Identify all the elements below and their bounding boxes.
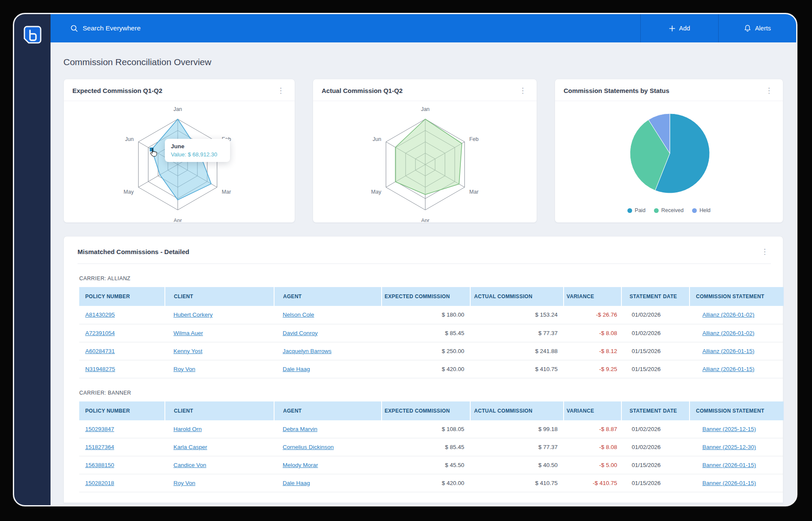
agent-link[interactable]: Cornelius Dickinson xyxy=(283,444,334,450)
cursor-pointer-icon xyxy=(148,147,158,158)
commissions-table-banner: POLICY NUMBERCLIENTAGENTEXPECTED COMMISS… xyxy=(79,401,784,493)
client-link[interactable]: Roy Von xyxy=(173,366,195,372)
expected-value: $ 420.00 xyxy=(382,360,470,378)
statement-link[interactable]: Allianz (2026-01-15) xyxy=(702,366,755,372)
column-header-actual: ACTUAL COMMISSION xyxy=(470,401,564,420)
statement-link[interactable]: Allianz (2026-01-02) xyxy=(702,311,755,318)
client-link[interactable]: Candice Von xyxy=(173,462,206,468)
search-input[interactable]: Search Everywhere xyxy=(51,14,640,42)
tooltip-title: June xyxy=(171,143,224,150)
actual-value: $ 410.75 xyxy=(470,474,564,492)
agent-link[interactable]: Dale Haag xyxy=(283,480,310,486)
statement-link[interactable]: Banner (2025-12-30) xyxy=(702,444,756,450)
card-menu-icon[interactable]: ⋮ xyxy=(516,86,529,95)
legend-label: Received xyxy=(661,207,684,213)
svg-text:May: May xyxy=(124,189,134,195)
svg-text:Mar: Mar xyxy=(222,189,231,195)
legend-dot-icon xyxy=(627,208,632,213)
page-title: Commission Reconciliation Overview xyxy=(63,57,796,67)
expected-value: $ 45.50 xyxy=(382,456,470,474)
add-button[interactable]: Add xyxy=(640,14,718,42)
table-card-title: Mismatched Commissions - Detailed xyxy=(78,248,758,255)
policy-link[interactable]: A60284731 xyxy=(85,348,115,354)
policy-link[interactable]: 150282018 xyxy=(85,480,114,486)
legend-item-received[interactable]: Received xyxy=(654,207,684,213)
statement-cell: Allianz (2026-01-02) xyxy=(690,324,784,342)
svg-text:Apr: Apr xyxy=(421,218,429,222)
policy-link[interactable]: 156388150 xyxy=(85,462,114,468)
policy-link[interactable]: 150293847 xyxy=(85,426,114,432)
legend-item-held[interactable]: Held xyxy=(692,207,710,213)
agent-link[interactable]: Melody Morar xyxy=(283,462,318,468)
actual-value: $ 241.88 xyxy=(470,342,564,360)
policy-link[interactable]: 151827364 xyxy=(85,444,114,450)
policy-cell: 150293847 xyxy=(79,420,165,438)
app-logo-icon[interactable] xyxy=(23,25,42,45)
agent-link[interactable]: Dale Haag xyxy=(283,366,310,372)
table-row: 151827364Karla CasperCornelius Dickinson… xyxy=(79,438,784,456)
client-link[interactable]: Roy Von xyxy=(173,480,195,486)
app-window: Search Everywhere Add Alerts Commission … xyxy=(13,13,797,506)
agent-link[interactable]: Debra Marvin xyxy=(283,426,317,432)
statement-cell: Banner (2025-12-15) xyxy=(690,420,784,438)
pie-legend: PaidReceivedHeld xyxy=(555,207,783,213)
agent-cell: Dale Haag xyxy=(274,360,382,378)
card-expected-commission: Expected Commission Q1-Q2 ⋮ JanFebMarApr… xyxy=(63,79,295,223)
card-statements-by-status: Commission Statements by Status ⋮ PaidRe… xyxy=(555,79,783,223)
client-link[interactable]: Wilma Auer xyxy=(173,330,203,336)
date-value: 01/02/2026 xyxy=(621,306,690,324)
statement-link[interactable]: Banner (2026-01-15) xyxy=(702,480,756,486)
card-menu-icon[interactable]: ⋮ xyxy=(758,247,771,256)
radar-chart-actual: JanFebMarAprMayJun xyxy=(313,101,537,222)
topbar: Search Everywhere Add Alerts xyxy=(51,14,796,42)
add-button-label: Add xyxy=(679,25,690,32)
actual-value: $ 153.24 xyxy=(470,306,564,324)
statement-cell: Allianz (2026-01-15) xyxy=(690,360,784,378)
client-link[interactable]: Kenny Yost xyxy=(173,348,203,354)
agent-cell: Cornelius Dickinson xyxy=(274,438,382,456)
card-menu-icon[interactable]: ⋮ xyxy=(275,86,287,95)
client-cell: Hubert Corkery xyxy=(165,306,274,324)
statement-link[interactable]: Allianz (2026-01-02) xyxy=(702,330,755,336)
card-title: Commission Statements by Status xyxy=(564,87,763,94)
policy-cell: A81430295 xyxy=(79,306,165,324)
variance-value: -$ 5.00 xyxy=(564,456,621,474)
actual-value: $ 77.37 xyxy=(470,324,564,342)
date-value: 01/02/2026 xyxy=(621,324,690,342)
policy-link[interactable]: N31948275 xyxy=(85,366,115,372)
svg-text:Jan: Jan xyxy=(421,106,430,112)
policy-link[interactable]: A81430295 xyxy=(85,311,115,318)
card-title: Expected Commission Q1-Q2 xyxy=(72,87,275,94)
actual-value: $ 410.75 xyxy=(470,360,564,378)
agent-link[interactable]: Nelson Cole xyxy=(283,311,314,318)
agent-cell: Debra Marvin xyxy=(274,420,382,438)
date-value: 01/15/2026 xyxy=(621,456,690,474)
card-menu-icon[interactable]: ⋮ xyxy=(763,86,775,95)
statement-link[interactable]: Banner (2025-12-15) xyxy=(702,426,756,432)
carrier-label-banner: CARRIER: BANNER xyxy=(79,390,783,396)
agent-cell: David Conroy xyxy=(274,324,382,342)
agent-link[interactable]: David Conroy xyxy=(283,330,318,336)
column-header-actual: ACTUAL COMMISSION xyxy=(470,287,564,306)
plus-icon xyxy=(669,25,675,32)
column-header-expected: EXPECTED COMMISSION xyxy=(382,287,470,306)
statement-link[interactable]: Banner (2026-01-15) xyxy=(702,462,756,468)
agent-link[interactable]: Jacquelyn Barrows xyxy=(283,348,331,354)
pie-chart-status xyxy=(555,101,783,199)
client-cell: Karla Casper xyxy=(165,438,274,456)
column-header-agent: AGENT xyxy=(274,401,382,420)
column-header-date: STATEMENT DATE xyxy=(621,287,690,306)
column-header-statement: COMMISSION STATEMENT xyxy=(690,287,784,306)
legend-item-paid[interactable]: Paid xyxy=(627,207,645,213)
statement-link[interactable]: Allianz (2026-01-15) xyxy=(702,348,755,354)
expected-value: $ 85.45 xyxy=(382,438,470,456)
client-link[interactable]: Karla Casper xyxy=(173,444,207,450)
table-row: 150282018Roy VonDale Haag$ 420.00$ 410.7… xyxy=(79,474,784,492)
client-link[interactable]: Hubert Corkery xyxy=(173,311,213,318)
agent-cell: Nelson Cole xyxy=(274,306,382,324)
mismatched-commissions-card: Mismatched Commissions - Detailed ⋮ CARR… xyxy=(63,236,783,503)
policy-link[interactable]: A72391054 xyxy=(85,330,115,336)
tooltip-value: Value: $ 68,912.30 xyxy=(171,151,224,158)
alerts-button[interactable]: Alerts xyxy=(718,14,796,42)
client-link[interactable]: Harold Orn xyxy=(173,426,202,432)
